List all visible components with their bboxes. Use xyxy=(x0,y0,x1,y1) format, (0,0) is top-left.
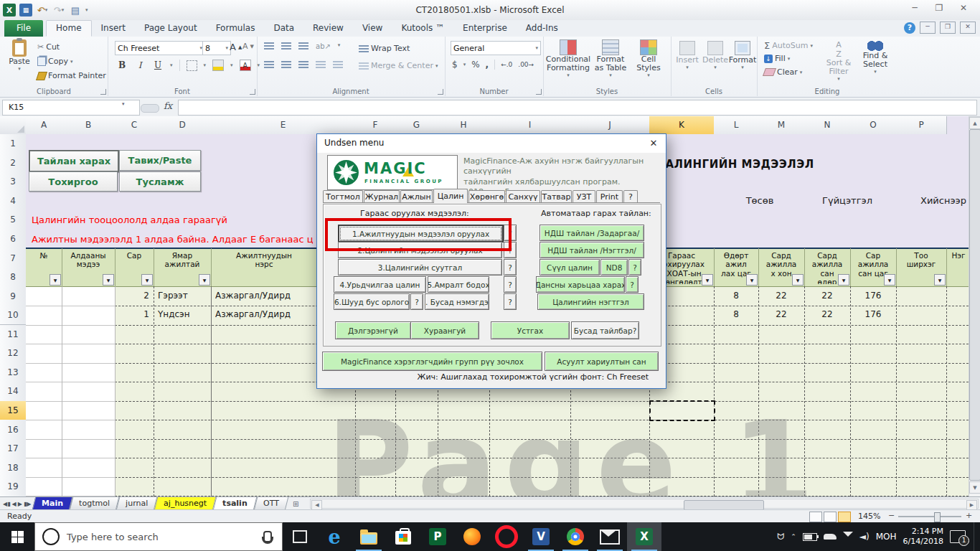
help-ratio-button[interactable]: ? xyxy=(626,276,639,293)
minimize-button[interactable]: ─ xyxy=(904,1,925,16)
column-header-E[interactable]: E xyxy=(211,116,356,135)
taskbar-app-opera[interactable] xyxy=(489,522,524,551)
merge-center-button[interactable]: Merge & Center▾ xyxy=(359,61,438,70)
filter-dropdown-icon[interactable]: ▼ xyxy=(103,274,114,286)
increase-indent-icon[interactable] xyxy=(333,61,343,68)
bold-icon[interactable]: B xyxy=(116,60,128,71)
ribbon-tab-review[interactable]: Review xyxy=(303,20,353,37)
row-header-19[interactable]: 19 xyxy=(0,477,27,496)
font-size-select[interactable]: 8▾ xyxy=(202,41,231,55)
filter-dropdown-icon[interactable]: ▼ xyxy=(702,274,713,286)
vacation-calc-button[interactable]: 5.Амралт бодох xyxy=(428,276,489,293)
help-nd8-button[interactable]: ? xyxy=(628,259,641,276)
sheet-tab-ott[interactable]: OTT xyxy=(254,497,288,510)
taskbar-app-file-explorer[interactable] xyxy=(352,522,386,551)
row-header-17[interactable]: 17 xyxy=(0,439,27,459)
cell-styles-button[interactable]: Cell Styles▾ xyxy=(632,39,665,78)
decrease-decimal-icon[interactable]: .00→ xyxy=(518,61,534,68)
filter-dropdown-icon[interactable]: ▼ xyxy=(884,274,895,286)
column-header-F[interactable]: F xyxy=(355,116,396,135)
mic-icon[interactable] xyxy=(263,531,272,542)
account-ratio-button[interactable]: Дансны харьцаа харах xyxy=(536,276,625,293)
column-header-N[interactable]: N xyxy=(804,116,851,135)
autosum-button[interactable]: ΣAutoSum▾ xyxy=(764,40,813,51)
filter-dropdown-icon[interactable]: ▼ xyxy=(50,274,61,286)
name-box-dropdown-icon[interactable]: ▾ xyxy=(122,101,125,107)
zoom-slider[interactable] xyxy=(898,516,961,517)
borders-icon[interactable] xyxy=(187,60,197,71)
ndsh-report-detail-button[interactable]: НДШ тайлан /Задаргаа/ xyxy=(540,225,644,241)
sheet-tab-main[interactable]: Main xyxy=(32,497,72,510)
ribbon-tab-page-layout[interactable]: Page Layout xyxy=(135,20,207,37)
horizontal-scroll-thumb[interactable] xyxy=(684,500,764,510)
brief-button[interactable]: Хураангуй xyxy=(410,321,479,339)
fill-button[interactable]: ↓Fill▾ xyxy=(764,54,790,63)
cut-button[interactable]: ✂Cut xyxy=(37,42,60,52)
ndsh-report-summary-button[interactable]: НДШ тайлан /Нэгтгэл/ xyxy=(540,242,644,258)
dialog-tab-[interactable]: ? xyxy=(623,190,638,203)
format-cells-button[interactable]: Format▾ xyxy=(730,41,755,70)
paste-sheet-button[interactable]: Тавих/Paste xyxy=(119,150,201,171)
filter-dropdown-icon[interactable]: ▼ xyxy=(746,274,758,286)
row-header-6[interactable]: 6 xyxy=(0,230,27,250)
last-sheet-icon[interactable]: ▮▶ xyxy=(24,501,32,507)
task-view-button[interactable] xyxy=(283,522,317,551)
first-sheet-icon[interactable]: ◀▮ xyxy=(3,501,11,507)
decrease-indent-icon[interactable] xyxy=(316,61,326,68)
fill-color-icon[interactable] xyxy=(212,60,224,71)
wifi-icon[interactable] xyxy=(843,532,853,542)
zoom-slider-thumb[interactable] xyxy=(934,512,941,522)
row-header-10[interactable]: 10 xyxy=(0,306,27,326)
other-notes-button[interactable]: Бусад тайлбар? xyxy=(571,321,639,339)
taskbar-app-firefox[interactable] xyxy=(455,522,489,551)
row-header-4[interactable]: 4 xyxy=(0,192,27,212)
dialog-tab-print[interactable]: Print xyxy=(596,190,623,203)
close-button[interactable]: ✕ xyxy=(953,1,974,16)
vertical-scroll-thumb[interactable] xyxy=(969,129,980,481)
next-sheet-icon[interactable]: ▶ xyxy=(18,501,22,507)
taskbar-app-store[interactable] xyxy=(386,522,420,551)
horizontal-scrollbar[interactable]: ◀ ▶ xyxy=(310,499,979,509)
currency-icon[interactable]: $ xyxy=(452,60,458,70)
last-salary-button[interactable]: Сүүл цалин xyxy=(540,259,600,276)
row-header-13[interactable]: 13 xyxy=(0,363,27,383)
font-color-icon[interactable]: A xyxy=(240,60,251,71)
row-header-15[interactable]: 15 xyxy=(0,401,27,421)
filter-dropdown-icon[interactable]: ▼ xyxy=(141,274,153,286)
zoom-in-icon[interactable]: + xyxy=(966,511,972,520)
insert-cells-button[interactable]: Insert▾ xyxy=(675,41,699,70)
formula-input[interactable] xyxy=(178,100,977,116)
ribbon-tab-view[interactable]: View xyxy=(353,20,392,37)
orientation-icon[interactable]: ab↗ xyxy=(316,42,331,50)
workbook-close-icon[interactable]: ✕ xyxy=(960,22,976,34)
row-header-18[interactable]: 18 xyxy=(0,458,27,478)
filter-dropdown-icon[interactable]: ▼ xyxy=(199,274,210,286)
delete-cells-button[interactable]: Delete▾ xyxy=(702,41,728,70)
page-layout-view-icon[interactable] xyxy=(824,512,837,522)
dialog-title-bar[interactable]: Undsen menu ✕ xyxy=(317,134,666,153)
find-select-button[interactable]: Find & Select▾ xyxy=(857,40,893,75)
column-header-L[interactable]: L xyxy=(714,116,759,135)
row-header-9[interactable]: 9 xyxy=(0,286,27,306)
report-view-button[interactable]: Тайлан харах xyxy=(29,150,119,172)
column-header-D[interactable]: D xyxy=(154,116,212,135)
column-header-J[interactable]: J xyxy=(570,116,650,135)
column-header-P[interactable]: P xyxy=(896,116,947,135)
dialog-tab-тогтмол[interactable]: Тогтмол xyxy=(323,190,363,203)
dialog-tab-татвар[interactable]: Татвар xyxy=(541,190,572,203)
increase-decimal-icon[interactable]: ←.0 xyxy=(501,61,512,68)
sheet-tab-jurnal[interactable]: jurnal xyxy=(116,497,158,510)
dialog-close-icon[interactable]: ✕ xyxy=(647,137,660,150)
align-middle-icon[interactable] xyxy=(281,42,291,50)
underline-icon[interactable]: U xyxy=(152,60,164,71)
volume-icon[interactable]: ◄) xyxy=(859,532,870,542)
name-box[interactable]: K15 xyxy=(2,100,140,116)
align-right-icon[interactable] xyxy=(298,61,308,68)
taskbar-search[interactable]: Type here to search xyxy=(34,522,283,551)
row-header-16[interactable]: 16 xyxy=(0,420,27,440)
zoom-out-icon[interactable]: − xyxy=(888,511,895,520)
dialog-tab-цалин[interactable]: Цалин xyxy=(433,189,468,203)
faq-button[interactable]: Асуулт хариултын сан xyxy=(545,352,659,371)
insert-sheet-icon[interactable]: ⊞ xyxy=(287,497,304,510)
dialog-tab-ажлын[interactable]: Ажлын xyxy=(400,190,433,203)
